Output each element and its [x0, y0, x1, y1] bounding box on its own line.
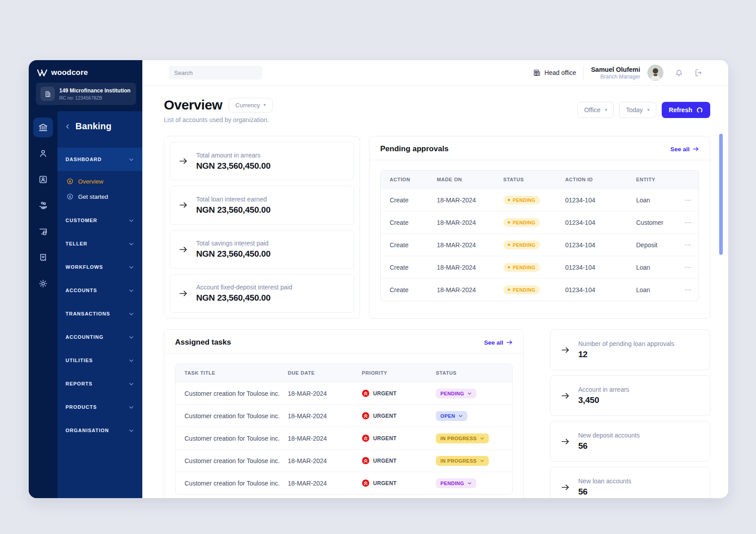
status-dropdown[interactable]: OPEN [436, 411, 467, 421]
status-dropdown[interactable]: IN PROGRESS [436, 456, 489, 466]
stat-value: NGN 23,560,450.00 [196, 293, 292, 303]
chevron-down-icon [128, 334, 134, 340]
office-filter-dropdown[interactable]: Office ▾ [577, 102, 614, 118]
brand-name: woodcore [51, 68, 88, 77]
avatar[interactable] [647, 65, 664, 81]
cell-made-on: 18-MAR-2024 [437, 241, 503, 249]
sidebar-group-workflows[interactable]: WORKFLOWS [57, 255, 142, 279]
sidebar-item-get-started[interactable]: Get started [57, 189, 142, 204]
summary-card-new-deposit-accounts[interactable]: New deposit accounts 56 [550, 421, 710, 462]
gear-icon[interactable] [33, 274, 53, 293]
pending-see-all-link[interactable]: See all [670, 146, 699, 153]
user-info[interactable]: Samuel Olufemi Branch Manager [591, 66, 640, 80]
nav-group-label: ACCOUNTING [66, 334, 104, 340]
summary-label: Account in arrears [578, 386, 629, 393]
column-header: ENTITY [636, 177, 678, 182]
main-area: Head office Samuel Olufemi Branch Manage… [142, 60, 728, 498]
status-badge: PENDING [503, 285, 540, 294]
search-input[interactable] [169, 66, 262, 79]
chevron-down-icon [128, 404, 134, 410]
stat-card-savings-interest[interactable]: Total savings interest paid NGN 23,560,4… [170, 230, 354, 269]
customers-icon[interactable] [33, 144, 53, 163]
nav-group-label: ORGANISATION [66, 428, 109, 433]
sidebar-group-dashboard[interactable]: DASHBOARD [57, 148, 142, 171]
table-row: Create 18-MAR-2024 PENDING 01234-104 Loa… [381, 278, 699, 301]
sidebar-group-transactions[interactable]: TRANSACTIONS [57, 302, 142, 325]
urgent-icon [362, 390, 369, 397]
stat-card-loan-interest[interactable]: Total loan interest earned NGN 23,560,45… [170, 186, 354, 224]
sidebar-group-accounting[interactable]: ACCOUNTING [57, 325, 142, 349]
bank-icon[interactable] [33, 118, 53, 137]
pending-approvals-table: ACTION MADE ON STATUS ACTION ID ENTITY C… [380, 170, 699, 301]
row-menu-button[interactable]: ⋯ [678, 241, 699, 249]
sidebar-group-accounts[interactable]: ACCOUNTS [57, 279, 142, 302]
cell-action-id: 01234-104 [565, 286, 636, 293]
sidebar-item-overview[interactable]: Overview [57, 174, 142, 189]
date-filter-dropdown[interactable]: Today ▾ [619, 102, 656, 118]
sidebar-group-reports[interactable]: REPORTS [57, 372, 142, 395]
sidebar-group-customer[interactable]: CUSTOMER [57, 209, 142, 232]
arrow-right-icon [561, 438, 570, 445]
summary-card-pending-loan-approvals[interactable]: Number of pending loan approvals 12 [550, 329, 710, 370]
column-header: STATUS [436, 370, 512, 376]
spinner-icon [696, 107, 703, 114]
row-menu-button[interactable]: ⋯ [678, 219, 699, 227]
receipt-icon[interactable] [33, 248, 53, 267]
cell-made-on: 18-MAR-2024 [437, 197, 503, 204]
institution-rc: RC no: 12345678ZB [59, 95, 131, 101]
currency-dropdown[interactable]: Currency ▾ [229, 98, 273, 113]
row-menu-button[interactable]: ⋯ [678, 196, 699, 204]
building-icon [533, 69, 541, 77]
status-dropdown[interactable]: IN PROGRESS [436, 433, 489, 443]
bell-icon[interactable] [674, 68, 683, 77]
stat-card-arrears[interactable]: Total amount in arrears NGN 23,560,450.0… [170, 142, 354, 180]
urgent-icon [362, 457, 369, 464]
chevron-down-icon [128, 264, 134, 270]
sidebar-group-utilities[interactable]: UTILITIES [57, 349, 142, 372]
column-header: ACTION ID [565, 177, 636, 182]
status-dropdown[interactable]: PENDING [436, 389, 476, 398]
urgent-icon [362, 479, 369, 487]
chevron-down-icon [467, 391, 472, 396]
refresh-button[interactable]: Refresh [662, 102, 710, 118]
cell-action: Create [390, 197, 437, 204]
summary-label: New loan accounts [578, 477, 631, 485]
sidebar-item-label: Get started [78, 193, 108, 200]
cell-entity: Loan [636, 264, 678, 271]
summary-value: 3,450 [578, 395, 629, 405]
tasks-see-all-link[interactable]: See all [484, 339, 513, 346]
chevron-down-icon [128, 218, 134, 223]
institution-card[interactable]: 149 Microfinance Institution RC no: 1234… [36, 83, 136, 105]
row-menu-button[interactable]: ⋯ [678, 286, 699, 294]
cell-made-on: 18-MAR-2024 [437, 286, 503, 293]
cell-action-id: 01234-104 [565, 241, 636, 249]
id-card-icon[interactable] [33, 170, 53, 189]
page-title: Overview [164, 97, 222, 113]
status-badge: PENDING [503, 218, 540, 227]
sidebar-group-organisation[interactable]: ORGANISATION [57, 419, 142, 442]
chevron-left-icon[interactable] [65, 123, 71, 130]
stat-card-fixed-deposit-interest[interactable]: Account fixed-deposit interest paid NGN … [170, 274, 354, 313]
column-header: TASK TITLE [185, 370, 288, 376]
module-header[interactable]: Banking [57, 111, 142, 136]
devices-icon[interactable] [33, 222, 53, 241]
hand-coins-icon[interactable] [33, 196, 53, 215]
stat-label: Total loan interest earned [196, 196, 271, 203]
status-dropdown[interactable]: PENDING [436, 478, 476, 488]
cell-entity: Customer [636, 219, 678, 226]
sidebar-group-teller[interactable]: TELLER [57, 232, 142, 255]
stats-container: Total amount in arrears NGN 23,560,450.0… [164, 136, 360, 319]
scrollbar-thumb[interactable] [719, 134, 723, 255]
row-menu-button[interactable]: ⋯ [678, 263, 699, 271]
logout-icon[interactable] [694, 68, 703, 77]
sidebar-group-products[interactable]: PRODUCTS [57, 395, 142, 419]
head-office-selector[interactable]: Head office [533, 69, 576, 77]
app-window: woodcore 149 Microfinance Institution RC… [29, 60, 728, 498]
summary-cards: Number of pending loan approvals 12 Acco… [550, 329, 710, 498]
summary-card-new-loan-accounts[interactable]: New loan accounts 56 [550, 467, 710, 498]
summary-card-account-in-arrears[interactable]: Account in arrears 3,450 [550, 375, 710, 416]
chevron-down-icon [128, 157, 134, 162]
nav-group-label: REPORTS [66, 381, 92, 386]
circle-arrow-icon [66, 193, 74, 200]
arrow-right-icon [693, 146, 699, 152]
